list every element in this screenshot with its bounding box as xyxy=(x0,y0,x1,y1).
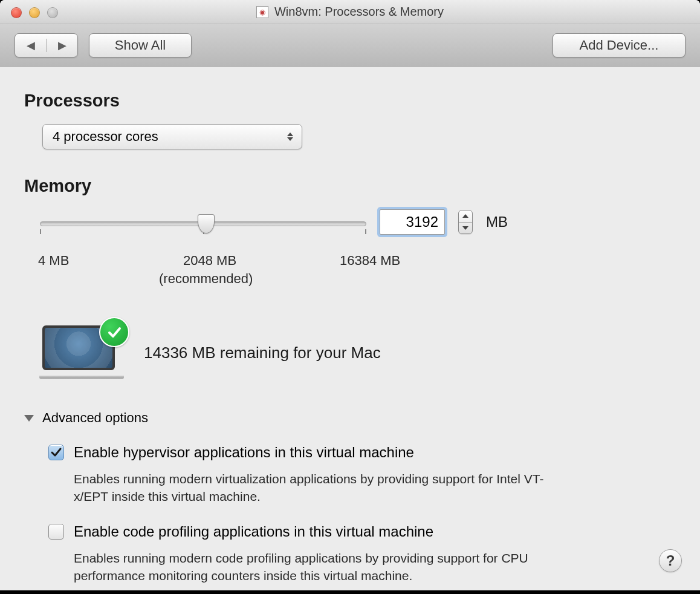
hypervisor-description: Enables running modern virtualization ap… xyxy=(74,471,575,505)
hypervisor-label: Enable hypervisor applications in this v… xyxy=(74,443,575,462)
profiling-checkbox[interactable] xyxy=(48,524,64,540)
processors-heading: Processors xyxy=(24,91,676,111)
memory-slider-row: MB xyxy=(40,209,676,235)
window-title-label: Win8vm: Processors & Memory xyxy=(274,5,444,19)
add-device-button[interactable]: Add Device... xyxy=(553,33,685,57)
close-window-button[interactable] xyxy=(11,7,22,18)
window-controls xyxy=(11,7,58,18)
memory-remaining-label: 14336 MB remaining for your Mac xyxy=(144,344,381,362)
hypervisor-checkbox[interactable] xyxy=(48,445,64,460)
memory-max-label: 16384 MB xyxy=(340,253,400,269)
vmware-icon: ◉ xyxy=(256,6,268,18)
processor-cores-value: 4 processor cores xyxy=(53,129,158,145)
memory-stepper-down[interactable] xyxy=(459,223,472,234)
memory-input[interactable] xyxy=(380,209,445,235)
window-title: ◉ Win8vm: Processors & Memory xyxy=(256,5,444,19)
forward-button[interactable]: ▶ xyxy=(47,39,77,52)
help-button[interactable]: ? xyxy=(659,549,682,572)
memory-min-label: 4 MB xyxy=(38,253,69,269)
profiling-label: Enable code profiling applications in th… xyxy=(74,522,575,541)
profiling-option: Enable code profiling applications in th… xyxy=(48,522,676,584)
processor-cores-select[interactable]: 4 processor cores xyxy=(42,124,302,149)
profiling-description: Enables running modern code profiling ap… xyxy=(74,550,575,584)
memory-mid-label: 2048 MB xyxy=(183,253,236,269)
disclosure-triangle-icon xyxy=(24,415,34,422)
back-button[interactable]: ◀ xyxy=(15,39,47,52)
memory-recommended-label: (recommended) xyxy=(159,271,253,287)
settings-window: ◉ Win8vm: Processors & Memory ◀ ▶ Show A… xyxy=(0,0,700,590)
zoom-window-button[interactable] xyxy=(47,7,58,18)
checkmark-badge-icon xyxy=(99,317,129,347)
memory-remaining-row: 14336 MB remaining for your Mac xyxy=(42,325,676,380)
macbook-icon xyxy=(42,325,121,380)
content-area: Processors 4 processor cores Memory xyxy=(0,67,700,590)
memory-stepper xyxy=(458,210,473,234)
memory-unit-label: MB xyxy=(486,214,508,230)
advanced-options-toggle[interactable]: Advanced options xyxy=(24,410,676,426)
memory-slider[interactable] xyxy=(40,218,366,226)
toolbar: ◀ ▶ Show All Add Device... xyxy=(0,24,700,67)
memory-stepper-up[interactable] xyxy=(459,211,472,223)
memory-heading: Memory xyxy=(24,176,676,196)
minimize-window-button[interactable] xyxy=(29,7,40,18)
memory-slider-thumb[interactable] xyxy=(198,214,215,233)
memory-slider-labels: 4 MB 2048 MB (recommended) 16384 MB xyxy=(35,253,676,301)
select-arrows-icon xyxy=(287,132,293,141)
advanced-options-label: Advanced options xyxy=(42,410,148,426)
titlebar: ◉ Win8vm: Processors & Memory xyxy=(0,0,700,24)
show-all-button[interactable]: Show All xyxy=(89,33,192,57)
hypervisor-option: Enable hypervisor applications in this v… xyxy=(48,443,676,505)
nav-back-forward: ◀ ▶ xyxy=(15,33,78,57)
